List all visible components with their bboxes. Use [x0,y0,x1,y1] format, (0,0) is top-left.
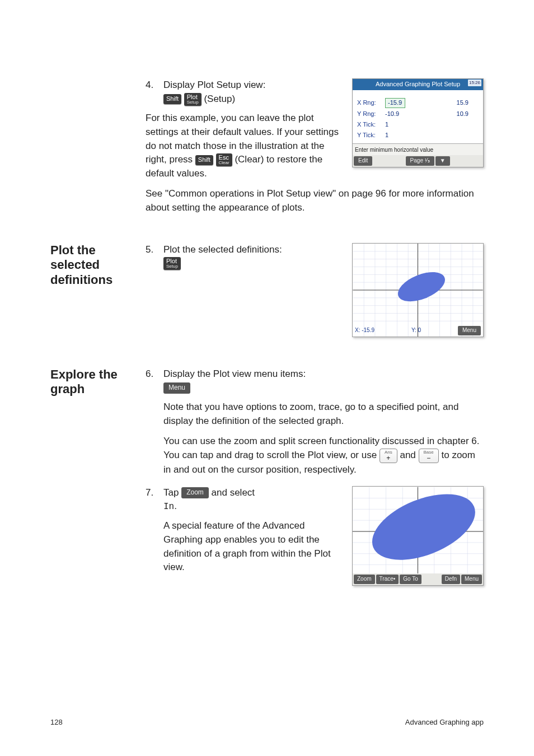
screenshot-time: 15:26 [468,80,481,86]
step-4: 4. Display Plot Setup view: Shift Plot S… [146,78,343,106]
plot2-menu: Menu [461,575,482,584]
step-5-text: Plot the selected definitions: [163,244,282,255]
menu-edit: Edit [354,156,372,166]
plus-key-main: + [386,454,390,462]
xtick-val: 1 [385,120,388,129]
plot1-x: X: -15.9 [355,326,374,335]
step-7: 7. Tap Zoom and select In. A special fea… [146,486,343,581]
plot-view-screenshot-2: Zoom Trace• Go To Defn Menu [352,486,484,586]
plot-key-icon-2: Plot Setup [163,257,181,270]
menu-down: ▼ [435,156,450,166]
menu-page: Page ¹⁄₃ [406,156,434,166]
para-note-options: Note that you have options to zoom, trac… [163,400,484,428]
step-5-num: 5. [146,243,158,270]
page-number: 128 [50,717,63,728]
step-4-text: Display Plot Setup view: [163,80,265,90]
page-footer: 128 Advanced Graphing app [50,717,484,728]
xrng-min: -15.9 [385,98,405,108]
plot2-menu-bar: Zoom Trace• Go To Defn Menu [353,573,483,585]
in-option: In [163,502,174,512]
screenshot-title-text: Advanced Graphing Plot Setup [376,81,460,87]
esc-key-sub: Clear [219,161,229,165]
step-5: 5. Plot the selected definitions: Plot S… [146,243,343,270]
plot2-defn: Defn [442,575,460,584]
plot-graph-2 [353,487,483,576]
screenshot-title: Advanced Graphing Plot Setup 15:26 [353,79,483,90]
minus-key-main: − [427,454,430,462]
setup-fields: X Rng: -15.9 15.9 Y Rng: -10.9 10.9 X Ti… [353,90,483,140]
para-special-feature: A special feature of the Advanced Graphi… [163,519,343,575]
plot-key-sub: Setup [187,100,199,105]
xrng-max: 15.9 [457,99,469,108]
heading-explore-graph: Explore the graph [50,367,134,588]
plot-key-icon: Plot Setup [184,93,202,106]
para-zoom-b: and [400,450,418,460]
step-7-a: Tap [163,487,181,498]
plot-setup-screenshot: Advanced Graphing Plot Setup 15:26 X Rng… [352,78,484,167]
step-7-b: and select [212,487,255,498]
plot-key-2-sub: Setup [166,264,178,269]
plot-graph-1 [353,244,483,337]
yrng-min: -10.9 [385,110,399,119]
para-see-common: See "Common operations in Plot Setup vie… [146,187,484,214]
esc-key-icon: Esc Clear [216,153,232,166]
step-4-paren: (Setup) [204,94,235,104]
screenshot-help: Enter minimum horizontal value [353,143,483,156]
plot2-goto: Go To [400,575,421,584]
xrng-label: X Rng: [357,99,385,108]
ytick-val: 1 [385,131,388,140]
para-zoom: You can use the zoom and split screen fu… [163,435,484,477]
step-6-text: Display the Plot view menu items: [163,368,306,379]
step-6-num: 6. [146,367,158,484]
step-7-c: . [174,501,177,511]
plot2-zoom: Zoom [354,575,375,584]
plot2-trace: Trace• [376,575,399,584]
plot1-menu-key: Menu [458,326,481,335]
zoom-softkey: Zoom [181,487,209,498]
menu-softkey: Menu [163,382,190,394]
ytick-label: Y Tick: [357,131,385,140]
step-6: 6. Display the Plot view menu items: Men… [146,367,484,484]
shift-key-icon: Shift [163,94,181,104]
screenshot-menu: Edit Page ¹⁄₃ ▼ [353,155,483,167]
yrng-max: 10.9 [457,110,469,119]
plot-view-screenshot-1: X: -15.9 Y: 0 Menu [352,243,484,337]
minus-key-icon: Base − [419,449,439,463]
step-7-num: 7. [146,486,158,581]
footer-title: Advanced Graphing app [405,717,484,728]
step-4-num: 4. [146,78,158,106]
xtick-label: X Tick: [357,120,385,129]
heading-plot-selected: Plot the selected definitions [50,243,134,339]
plot1-y: Y: 0 [411,326,421,335]
yrng-label: Y Rng: [357,110,385,119]
shift-key-icon-2: Shift [195,155,213,165]
plus-key-icon: Ans + [380,449,397,463]
plot-key-main: Plot [187,94,198,100]
